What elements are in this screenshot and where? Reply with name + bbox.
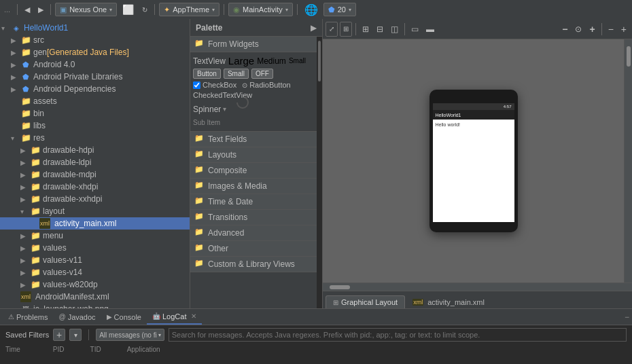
zoom-out-btn[interactable]: − xyxy=(559,22,570,37)
tree-item-menu[interactable]: ▶ 📁 menu xyxy=(0,230,190,242)
fw-checkbox-widget[interactable]: CheckBox xyxy=(193,81,236,89)
col-tid: TID xyxy=(90,346,101,353)
tree-item-drawable-xxhdpi[interactable]: ▶ 📁 drawable-xxhdpi xyxy=(0,193,190,205)
tab-activity-main-xml[interactable]: xml activity_main.xml xyxy=(405,295,492,308)
toolbar-separator-4 xyxy=(224,4,224,15)
back-btn[interactable]: ◀ xyxy=(22,2,33,17)
device-label: Nexus One xyxy=(69,5,107,14)
tree-root[interactable]: ▾ ◈ HelloWorld1 xyxy=(0,22,190,34)
palette-section-text-fields[interactable]: 📁 Text Fields xyxy=(190,132,317,147)
tree-item-values-v14[interactable]: ▶ 📁 values-v14 xyxy=(0,266,190,278)
landscape-btn[interactable]: ▬ xyxy=(423,22,437,37)
fit-screen-btn[interactable]: ⤢ xyxy=(326,22,338,37)
tree-item-launcher[interactable]: ▶ 🖼 ic_launcher-web.png xyxy=(0,303,190,308)
panel-minimize-btn[interactable]: − xyxy=(625,312,629,322)
phone-status-bar: 4:57 xyxy=(433,103,514,110)
tab-logcat[interactable]: 🤖 LogCat ✕ xyxy=(147,309,202,325)
palette-section-composite[interactable]: 📁 Composite xyxy=(190,163,317,179)
tree-item-activity-main[interactable]: ▶ xml activity_main.xml xyxy=(0,217,190,230)
zoom-out2-btn[interactable]: − xyxy=(605,22,616,37)
tree-item-drawable-xhdpi[interactable]: ▶ 📁 drawable-xhdpi xyxy=(0,181,190,193)
design-vscrollbar[interactable] xyxy=(624,39,632,283)
language-btn[interactable]: 🌐 xyxy=(302,2,321,17)
zoom-in-btn[interactable]: + xyxy=(586,22,597,37)
palette-vscrollbar[interactable] xyxy=(317,37,322,308)
tree-item-bin[interactable]: ▶ 📁 bin xyxy=(0,107,190,120)
tree-item-layout[interactable]: ▾ 📁 layout xyxy=(0,205,190,217)
tree-item-values-v11[interactable]: ▶ 📁 values-v11 xyxy=(0,254,190,266)
tree-item-values[interactable]: ▶ 📁 values xyxy=(0,242,190,254)
forward-btn[interactable]: ▶ xyxy=(35,2,46,17)
tab-problems[interactable]: ⚠ Problems xyxy=(3,309,53,325)
layouts-icon: 📁 xyxy=(194,149,205,160)
zoom-in2-btn[interactable]: + xyxy=(618,22,629,37)
drawable-hdpi-icon: 📁 xyxy=(30,145,41,156)
fw-button-widget[interactable]: Button xyxy=(193,69,221,79)
fw-radiobutton-widget[interactable]: ⊙ RadioButton xyxy=(242,81,291,89)
device-dropdown[interactable]: ▣ Nexus One ▾ xyxy=(55,3,117,16)
res-arrow: ▾ xyxy=(11,134,20,142)
tree-item-values-w820dp[interactable]: ▶ 📁 values-w820dp xyxy=(0,278,190,291)
interactions-btn[interactable]: ◫ xyxy=(388,22,401,37)
grid-btn[interactable]: ⊞ xyxy=(359,22,372,37)
logcat-search-input[interactable] xyxy=(169,328,627,342)
palette-section-layouts[interactable]: 📁 Layouts xyxy=(190,147,317,163)
palette-section-other[interactable]: 📁 Other xyxy=(190,241,317,257)
fw-checkbox-input[interactable] xyxy=(193,81,200,89)
palette-section-custom[interactable]: 📁 Custom & Library Views xyxy=(190,257,317,272)
tree-item-gen[interactable]: ▶ 📁 gen [Generated Java Files] xyxy=(0,46,190,58)
libs-folder-icon: 📁 xyxy=(20,120,31,131)
render-btn[interactable]: ⊞ xyxy=(340,22,352,37)
fw-off-toggle[interactable]: OFF xyxy=(251,69,273,79)
zoom-fit-btn[interactable]: ⊙ xyxy=(572,22,584,37)
api-dropdown[interactable]: ⬟ 20 ▾ xyxy=(323,3,356,16)
activity-main-label: activity_main.xml xyxy=(54,219,116,228)
tree-item-libs[interactable]: ▶ 📁 libs xyxy=(0,120,190,132)
tree-item-android40[interactable]: ▶ ⬟ Android 4.0 xyxy=(0,58,190,71)
palette-section-transitions[interactable]: 📁 Transitions xyxy=(190,210,317,225)
filter-dropdown-btn[interactable]: ▾ xyxy=(69,329,82,341)
design-canvas[interactable]: 4:57 HelloWorld1 Hello world! xyxy=(323,39,624,283)
palette-section-time-date[interactable]: 📁 Time & Date xyxy=(190,194,317,210)
fw-small-btn-widget[interactable]: Small xyxy=(224,69,249,79)
rotate-btn[interactable]: ↻ xyxy=(139,2,150,17)
phone-hello-text: Hello world! xyxy=(436,122,461,127)
values-w820dp-icon: 📁 xyxy=(30,279,41,290)
tab-graphical-layout[interactable]: ⊞ Graphical Layout xyxy=(326,295,405,308)
activity-dropdown[interactable]: ◉ MainActivity ▾ xyxy=(228,3,293,16)
device-icon: ▣ xyxy=(60,5,67,14)
palette-collapse-btn[interactable]: ▶ xyxy=(311,23,317,33)
gen-generated-label: [Generated Java Files] xyxy=(47,48,129,57)
fw-spinner-widget[interactable]: Spinner ▾ xyxy=(193,105,226,114)
screen-icon-btn[interactable]: ⬜ xyxy=(120,2,137,17)
tree-item-private-libs[interactable]: ▶ ⬟ Android Private Libraries xyxy=(0,71,190,83)
tree-item-src[interactable]: ▶ 📁 src xyxy=(0,34,190,46)
tree-item-drawable-mdpi[interactable]: ▶ 📁 drawable-mdpi xyxy=(0,168,190,181)
palette-section-advanced[interactable]: 📁 Advanced xyxy=(190,225,317,241)
logcat-close-btn[interactable]: ✕ xyxy=(191,312,196,320)
tab-javadoc[interactable]: @ Javadoc xyxy=(53,309,101,325)
drawable-xxhdpi-label: drawable-xxhdpi xyxy=(43,194,102,204)
tree-item-assets[interactable]: ▶ 📁 assets xyxy=(0,95,190,107)
tree-item-drawable-hdpi[interactable]: ▶ 📁 drawable-hdpi xyxy=(0,144,190,156)
api-label: 20 xyxy=(338,5,346,14)
values-folder-icon: 📁 xyxy=(30,242,41,253)
drawable-mdpi-icon: 📁 xyxy=(30,169,41,180)
palette-section-form-widgets[interactable]: 📁 Form Widgets xyxy=(190,37,317,52)
portrait-btn[interactable]: ▭ xyxy=(408,22,421,37)
window-title: ... xyxy=(4,5,10,14)
tab-console[interactable]: ▶ Console xyxy=(101,309,147,325)
add-filter-btn[interactable]: + xyxy=(53,329,65,341)
activity-label: MainActivity xyxy=(243,5,283,14)
layout-decorations-btn[interactable]: ⊟ xyxy=(374,22,386,37)
tree-item-manifest[interactable]: ▶ xml AndroidManifest.xml xyxy=(0,291,190,303)
theme-label: AppTheme xyxy=(173,5,209,14)
tree-item-drawable-ldpi[interactable]: ▶ 📁 drawable-ldpi xyxy=(0,156,190,168)
fw-loading-indicator xyxy=(236,96,249,111)
all-messages-btn[interactable]: All messages (no fi ▾ xyxy=(96,329,164,341)
theme-dropdown[interactable]: ✦ AppTheme ▾ xyxy=(159,3,220,16)
tree-item-res[interactable]: ▾ 📁 res xyxy=(0,132,190,144)
palette-section-images-media[interactable]: 📁 Images & Media xyxy=(190,179,317,194)
design-hscrollbar[interactable] xyxy=(323,283,632,291)
tree-item-android-deps[interactable]: ▶ ⬟ Android Dependencies xyxy=(0,83,190,95)
